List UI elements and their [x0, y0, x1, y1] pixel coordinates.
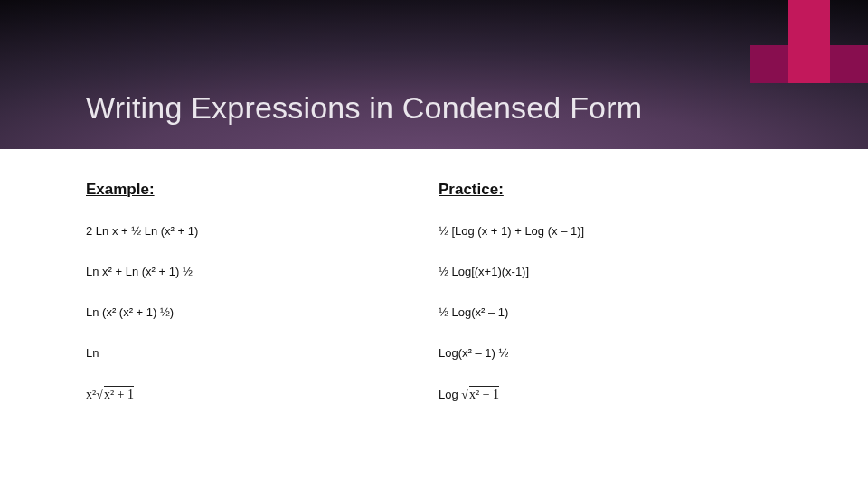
sqrt-icon: √ [461, 388, 468, 401]
example-column: Example: 2 Ln x + ½ Ln (x² + 1) Ln x² + … [86, 181, 439, 428]
slide-header: Writing Expressions in Condensed Form [0, 0, 868, 149]
example-row: Ln [86, 346, 439, 361]
slide: Writing Expressions in Condensed Form Ex… [0, 0, 868, 488]
example-heading: Example: [86, 181, 439, 199]
practice-row: Log(x² – 1) ½ [439, 346, 791, 361]
example-row: Ln (x² (x² + 1) ½) [86, 305, 439, 321]
practice-math: Log √x² − 1 [439, 387, 791, 403]
sqrt-contents: x² − 1 [469, 386, 499, 401]
practice-column: Practice: ½ [Log (x + 1) + Log (x – 1)] … [439, 181, 791, 428]
accent-bar-tall [788, 0, 830, 83]
example-row: 2 Ln x + ½ Ln (x² + 1) [86, 224, 439, 239]
practice-heading: Practice: [439, 181, 791, 199]
example-row: Ln x² + Ln (x² + 1) ½ [86, 265, 439, 280]
practice-row: ½ [Log (x + 1) + Log (x – 1)] [439, 224, 791, 239]
slide-title: Writing Expressions in Condensed Form [86, 90, 642, 126]
math-x-squared: x² [86, 388, 96, 401]
practice-row: ½ Log[(x+1)(x-1)] [439, 265, 791, 280]
sqrt-icon: √ [96, 388, 103, 401]
sqrt-contents: x² + 1 [104, 386, 134, 401]
example-math: x²√x² + 1 [86, 387, 439, 403]
slide-content: Example: 2 Ln x + ½ Ln (x² + 1) Ln x² + … [86, 181, 791, 428]
practice-row: ½ Log(x² – 1) [439, 305, 791, 321]
log-prefix: Log [439, 388, 461, 401]
